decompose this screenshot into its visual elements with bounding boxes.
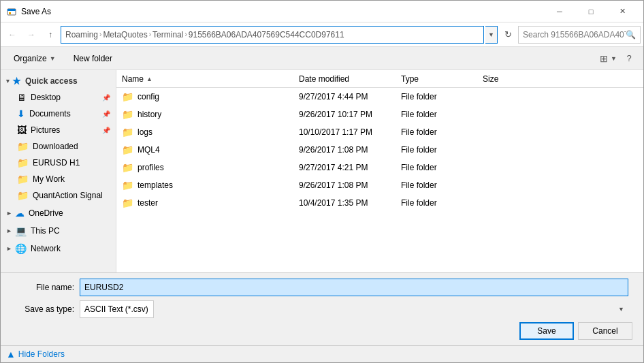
thispc-section: ► 💻 This PC <box>1 223 116 239</box>
file-name: profiles <box>138 163 164 172</box>
filename-input[interactable] <box>80 279 628 296</box>
file-date: 9/27/2017 4:44 PM <box>299 92 401 101</box>
folder-icon: 📁 <box>122 198 133 208</box>
sidebar-item-pictures[interactable]: 🖼 Pictures 📌 <box>1 122 116 138</box>
network-icon: 🌐 <box>15 243 27 254</box>
onedrive-section: ► ☁ OneDrive <box>1 205 116 221</box>
folder-icon: 📁 <box>122 162 133 173</box>
col-header-type[interactable]: Type <box>401 74 483 84</box>
thispc-chevron-icon: ► <box>6 227 12 234</box>
sidebar-eurusd-label: EURUSD H1 <box>33 158 110 168</box>
folder-icon-quantaction: 📁 <box>17 190 29 201</box>
table-row[interactable]: 📁 templates 9/26/2017 1:08 PM File folde… <box>116 176 643 194</box>
search-box[interactable]: 🔍 <box>518 26 641 44</box>
new-folder-button[interactable]: New folder <box>66 50 120 67</box>
quick-access-star-icon: ★ <box>12 76 21 86</box>
table-row[interactable]: 📁 config 9/27/2017 4:44 PM File folder <box>116 88 643 106</box>
table-row[interactable]: 📁 MQL4 9/26/2017 1:08 PM File folder <box>116 141 643 159</box>
pin-icon-pics: 📌 <box>102 127 110 134</box>
sidebar-item-network[interactable]: ► 🌐 Network <box>1 240 116 257</box>
hide-folders-bar[interactable]: ▲ Hide Folders <box>1 345 643 362</box>
minimize-button[interactable]: ─ <box>544 1 575 22</box>
network-section: ► 🌐 Network <box>1 240 116 257</box>
crumb-roaming: Roaming <box>65 30 98 40</box>
back-button[interactable]: ← <box>3 26 21 44</box>
folder-icon: 📁 <box>122 180 133 191</box>
quick-access-chevron-icon: ▾ <box>6 78 10 84</box>
file-list-body: 📁 config 9/27/2017 4:44 PM File folder 📁… <box>116 88 643 212</box>
forward-button[interactable]: → <box>22 26 40 44</box>
file-type: File folder <box>401 163 483 172</box>
sidebar-item-desktop[interactable]: 🖥 Desktop 📌 <box>1 89 116 106</box>
help-button[interactable]: ? <box>620 50 638 67</box>
filetype-select-wrapper: ASCII Text (*.csv) <box>80 300 628 318</box>
desktop-icon: 🖥 <box>17 92 27 103</box>
file-name: MQL4 <box>138 145 160 155</box>
onedrive-label: OneDrive <box>29 208 63 218</box>
maximize-button[interactable]: □ <box>575 1 607 22</box>
file-date: 9/27/2017 4:21 PM <box>299 163 401 172</box>
filetype-select[interactable]: ASCII Text (*.csv) <box>80 300 154 318</box>
network-label: Network <box>31 244 61 253</box>
sidebar-item-quantaction[interactable]: 📁 QuantAction Signal <box>1 187 116 204</box>
onedrive-icon: ☁ <box>15 208 25 219</box>
sidebar: ▾ ★ Quick access 🖥 Desktop 📌 ⬇ Documents… <box>1 70 116 272</box>
bottom-buttons: Save Cancel <box>12 322 632 340</box>
organize-button[interactable]: Organize ▼ <box>6 50 63 67</box>
svg-rect-1 <box>7 9 16 11</box>
cancel-button[interactable]: Cancel <box>578 322 632 340</box>
quick-access-section: ▾ ★ Quick access 🖥 Desktop 📌 ⬇ Documents… <box>1 73 116 204</box>
search-icon: 🔍 <box>626 30 636 40</box>
address-path[interactable]: Roaming › MetaQuotes › Terminal › 915566… <box>61 26 484 44</box>
file-date: 9/26/2017 1:08 PM <box>299 145 401 155</box>
folder-icon: 📁 <box>122 91 133 102</box>
col-header-size[interactable]: Size <box>483 74 537 84</box>
file-type: File folder <box>401 198 483 208</box>
col-header-name[interactable]: Name ▲ <box>122 74 299 84</box>
close-button[interactable]: ✕ <box>607 1 638 22</box>
search-input[interactable] <box>523 30 626 40</box>
sort-arrow-icon: ▲ <box>146 76 152 82</box>
view-toggle-button[interactable]: ⊞ ▼ <box>596 50 617 67</box>
sidebar-item-eurusd[interactable]: 📁 EURUSD H1 <box>1 155 116 171</box>
file-type: File folder <box>401 127 483 137</box>
file-date: 9/26/2017 1:08 PM <box>299 180 401 190</box>
sidebar-item-documents[interactable]: ⬇ Documents 📌 <box>1 106 116 122</box>
sidebar-item-downloaded[interactable]: 📁 Downloaded <box>1 138 116 155</box>
crumb-terminal: Terminal <box>152 30 183 40</box>
pictures-icon: 🖼 <box>17 125 27 136</box>
pin-icon: 📌 <box>102 94 110 101</box>
table-row[interactable]: 📁 logs 10/10/2017 1:17 PM File folder <box>116 123 643 141</box>
sidebar-pictures-label: Pictures <box>31 125 99 135</box>
file-type: File folder <box>401 180 483 190</box>
address-dropdown[interactable]: ▼ <box>485 26 498 44</box>
table-row[interactable]: 📁 profiles 9/27/2017 4:21 PM File folder <box>116 159 643 176</box>
quick-access-header[interactable]: ▾ ★ Quick access <box>1 73 116 89</box>
refresh-button[interactable]: ↻ <box>499 26 517 44</box>
network-chevron-icon: ► <box>6 245 12 252</box>
crumb-id: 915566BA06ADA407569C544CC0D97611 <box>189 30 344 40</box>
breadcrumb: Roaming › MetaQuotes › Terminal › 915566… <box>65 30 344 40</box>
table-row[interactable]: 📁 tester 10/4/2017 1:35 PM File folder <box>116 194 643 212</box>
folder-icon: 📁 <box>122 109 133 120</box>
sidebar-item-onedrive[interactable]: ► ☁ OneDrive <box>1 205 116 221</box>
sidebar-item-thispc[interactable]: ► 💻 This PC <box>1 223 116 239</box>
up-button[interactable]: ↑ <box>42 26 59 44</box>
hide-folders-chevron-icon: ▲ <box>6 349 16 360</box>
save-button[interactable]: Save <box>519 322 574 340</box>
crumb-metaquotes: MetaQuotes <box>103 30 147 40</box>
save-as-dialog: Save As ─ □ ✕ ← → ↑ Roaming › MetaQuotes… <box>0 0 644 363</box>
col-header-date[interactable]: Date modified <box>299 74 401 84</box>
file-name: history <box>138 110 161 119</box>
file-name: templates <box>138 180 173 190</box>
dialog-title: Save As <box>21 7 544 16</box>
folder-icon: 📁 <box>122 127 133 138</box>
sidebar-item-mywork[interactable]: 📁 My Work <box>1 171 116 187</box>
file-name: tester <box>138 198 158 208</box>
pin-icon-docs: 📌 <box>102 110 110 118</box>
folder-icon-downloaded: 📁 <box>17 141 29 152</box>
sidebar-quantaction-label: QuantAction Signal <box>33 191 110 200</box>
thispc-icon: 💻 <box>15 225 27 236</box>
file-date: 9/26/2017 10:17 PM <box>299 110 401 119</box>
table-row[interactable]: 📁 history 9/26/2017 10:17 PM File folder <box>116 106 643 123</box>
